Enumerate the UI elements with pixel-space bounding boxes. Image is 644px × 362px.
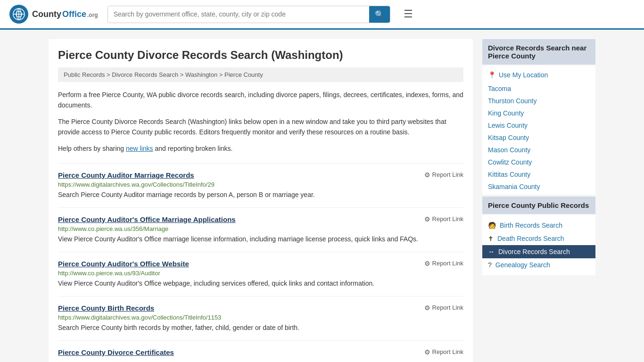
breadcrumb-divorce-records[interactable]: Divorce Records Search xyxy=(112,71,178,78)
menu-button[interactable]: ☰ xyxy=(400,6,417,22)
logo-org-text: .org xyxy=(87,12,98,18)
result-url[interactable]: http://www.co.pierce.wa.us/93/Auditor xyxy=(58,270,463,277)
result-title[interactable]: Pierce County Birth Records xyxy=(58,304,154,312)
report-icon: ⚙ xyxy=(424,171,430,179)
sharing-text: Help others by sharing new links and rep… xyxy=(58,143,463,154)
breadcrumb-public-records[interactable]: Public Records xyxy=(64,71,105,78)
breadcrumb-pierce-county[interactable]: Pierce County xyxy=(224,71,263,78)
site-header: CountyOffice.org 🔍 ☰ xyxy=(0,0,644,30)
description-2: The Pierce County Divorce Records Search… xyxy=(58,116,463,138)
search-input[interactable] xyxy=(108,7,369,22)
result-item: Pierce County Divorce Certificates ⚙ Rep… xyxy=(58,340,463,362)
records-icon: ↔ xyxy=(488,248,495,255)
description-1: Perform a free Pierce County, WA public … xyxy=(58,90,463,111)
result-url[interactable]: http://www.co.pierce.wa.us/356/Marriage xyxy=(58,225,463,232)
nearby-item[interactable]: Mason County xyxy=(482,144,595,156)
nearby-item[interactable]: Kittitas County xyxy=(482,168,595,181)
records-icon: ✝ xyxy=(488,235,494,242)
result-title[interactable]: Pierce County Auditor Marriage Records xyxy=(58,171,194,179)
nearby-item[interactable]: King County xyxy=(482,107,595,119)
logo-office-text: Office xyxy=(62,9,86,19)
result-header: Pierce County Divorce Certificates ⚙ Rep… xyxy=(58,348,463,356)
main-container: Pierce County Divorce Records Search (Wa… xyxy=(39,30,605,362)
records-item-label: Genealogy Search xyxy=(495,261,550,269)
result-item: Pierce County Auditor's Office Website ⚙… xyxy=(58,252,463,296)
nearby-item[interactable]: Kitsap County xyxy=(482,132,595,144)
public-records-section: Pierce County Public Records 🧑 Birth Rec… xyxy=(482,197,595,275)
public-records-item[interactable]: 🧑 Birth Records Search xyxy=(482,219,595,232)
nearby-section: Divorce Records Search near Pierce Count… xyxy=(482,39,595,195)
result-url[interactable]: https://www.digitalarchives.wa.gov/Colle… xyxy=(58,181,463,188)
search-button[interactable]: 🔍 xyxy=(369,6,390,23)
use-location-item[interactable]: 📍 Use My Location xyxy=(482,67,595,82)
nearby-item[interactable]: Skamania County xyxy=(482,181,595,193)
public-records-item[interactable]: ? Genealogy Search xyxy=(482,258,595,272)
result-description: Search Pierce County birth records by mo… xyxy=(58,323,463,333)
result-item: Pierce County Auditor Marriage Records ⚙… xyxy=(58,163,463,207)
breadcrumb-washington[interactable]: Washington xyxy=(185,71,217,78)
report-link[interactable]: ⚙ Report Link xyxy=(424,348,463,356)
records-item-label: Divorce Records Search xyxy=(498,248,570,255)
records-item-label: Birth Records Search xyxy=(500,222,562,229)
result-header: Pierce County Auditor Marriage Records ⚙… xyxy=(58,171,463,179)
nearby-item[interactable]: Lewis County xyxy=(482,119,595,132)
result-item: Pierce County Auditor's Office Marriage … xyxy=(58,207,463,252)
results-container: Pierce County Auditor Marriage Records ⚙… xyxy=(58,163,463,362)
report-icon: ⚙ xyxy=(424,348,430,356)
result-title[interactable]: Pierce County Auditor's Office Marriage … xyxy=(58,215,236,223)
report-icon: ⚙ xyxy=(424,215,430,223)
breadcrumb: Public Records > Divorce Records Search … xyxy=(58,67,463,82)
records-item-label: Death Records Search xyxy=(497,235,564,242)
nearby-item[interactable]: Tacoma xyxy=(482,82,595,95)
nearby-item[interactable]: Cowlitz County xyxy=(482,156,595,168)
use-location-label: Use My Location xyxy=(499,71,548,79)
public-records-header: Pierce County Public Records xyxy=(482,197,595,214)
records-icon: 🧑 xyxy=(488,222,496,229)
report-icon: ⚙ xyxy=(424,260,430,267)
location-icon: 📍 xyxy=(488,71,496,79)
logo-county-text: County xyxy=(32,9,61,19)
page-title: Pierce County Divorce Records Search (Wa… xyxy=(58,49,463,62)
report-link[interactable]: ⚙ Report Link xyxy=(424,260,463,267)
result-description: View Pierce County Auditor's Office webp… xyxy=(58,279,463,288)
logo-icon xyxy=(9,5,28,24)
report-icon: ⚙ xyxy=(424,304,430,312)
report-link[interactable]: ⚙ Report Link xyxy=(424,304,463,312)
public-records-item[interactable]: ✝ Death Records Search xyxy=(482,232,595,245)
result-description: Search Pierce County Auditor marriage re… xyxy=(58,190,463,200)
result-header: Pierce County Birth Records ⚙ Report Lin… xyxy=(58,304,463,312)
result-description: View Pierce County Auditor's Office marr… xyxy=(58,234,463,244)
result-item: Pierce County Birth Records ⚙ Report Lin… xyxy=(58,296,463,340)
new-links-link[interactable]: new links xyxy=(126,145,153,152)
logo-link[interactable]: CountyOffice.org xyxy=(9,5,98,24)
nearby-item[interactable]: Thurston County xyxy=(482,95,595,107)
public-records-container: 🧑 Birth Records Search✝ Death Records Se… xyxy=(482,219,595,272)
records-icon: ? xyxy=(488,261,492,269)
result-header: Pierce County Auditor's Office Website ⚙… xyxy=(58,260,463,268)
result-header: Pierce County Auditor's Office Marriage … xyxy=(58,215,463,223)
search-bar: 🔍 xyxy=(107,6,390,23)
public-records-item[interactable]: ↔ Divorce Records Search xyxy=(482,245,595,258)
result-title[interactable]: Pierce County Auditor's Office Website xyxy=(58,260,189,268)
nearby-items-container: TacomaThurston CountyKing CountyLewis Co… xyxy=(482,82,595,193)
report-link[interactable]: ⚙ Report Link xyxy=(424,215,463,223)
result-url[interactable]: https://www.digitalarchives.wa.gov/Colle… xyxy=(58,314,463,321)
result-title[interactable]: Pierce County Divorce Certificates xyxy=(58,348,174,356)
nearby-header: Divorce Records Search near Pierce Count… xyxy=(482,39,595,65)
nearby-list: 📍 Use My Location TacomaThurston CountyK… xyxy=(482,66,595,195)
sidebar: Divorce Records Search near Pierce Count… xyxy=(482,39,595,362)
public-records-list: 🧑 Birth Records Search✝ Death Records Se… xyxy=(482,215,595,275)
report-link[interactable]: ⚙ Report Link xyxy=(424,171,463,179)
content-area: Pierce County Divorce Records Search (Wa… xyxy=(49,39,473,362)
